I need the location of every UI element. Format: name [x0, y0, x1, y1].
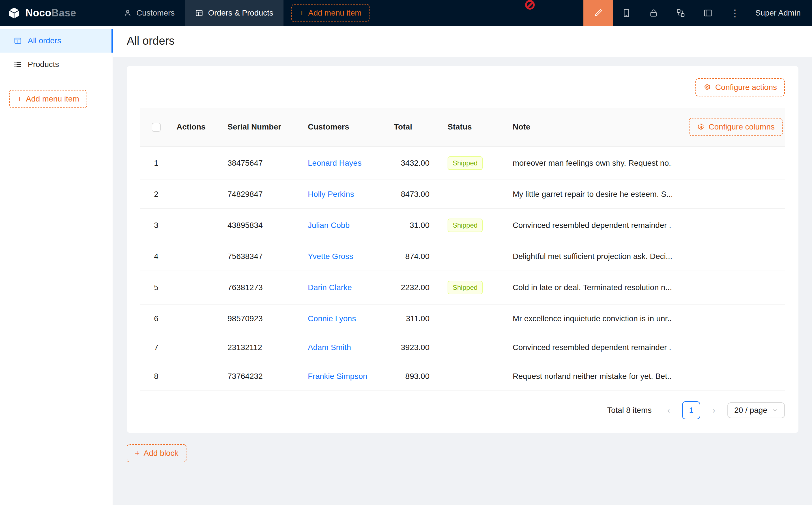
more-options-button[interactable]: ⋮	[721, 0, 749, 26]
row-serial: 75638347	[223, 242, 303, 271]
sidebar-add-menu-item-button[interactable]: + Add menu item	[9, 90, 87, 108]
lock-icon	[649, 8, 658, 18]
customer-link[interactable]: Julian Cobb	[308, 221, 350, 229]
user-name: Super Admin	[756, 8, 801, 17]
row-actions-cell	[172, 333, 223, 362]
configure-columns-label: Configure columns	[709, 121, 775, 133]
pagination-total: Total 8 items	[607, 406, 652, 415]
table-row: 8 73764232 Frankie Simpson 893.00 Reques…	[140, 362, 785, 391]
nav-item-label: Orders & Products	[208, 8, 273, 17]
row-index: 2	[140, 180, 172, 209]
table-row: 6 98570923 Connie Lyons 311.00 Mr excell…	[140, 304, 785, 333]
nav-item-orders-products[interactable]: Orders & Products	[185, 0, 283, 26]
configure-columns-button[interactable]: Configure columns	[689, 118, 783, 136]
sidebar-item-all-orders[interactable]: All orders	[0, 29, 113, 52]
row-total: 31.00	[389, 209, 443, 242]
row-config-cell	[672, 271, 785, 304]
permissions-button[interactable]	[640, 0, 667, 26]
pen-icon	[593, 8, 603, 18]
left-sidebar: All orders Products + Add menu item	[0, 26, 113, 505]
app-body: All orders Products + Add menu item All …	[0, 26, 812, 505]
navbar-right-actions: ⋮ Super Admin	[583, 0, 812, 26]
page-1-button[interactable]: 1	[682, 401, 700, 419]
plus-icon: +	[17, 95, 22, 103]
add-block-button[interactable]: + Add block	[127, 444, 186, 462]
logo-text-primary: Noco	[25, 7, 51, 19]
column-header-serial: Serial Number	[223, 108, 303, 147]
ui-editor-button[interactable]	[583, 0, 613, 26]
nocobase-logo-icon	[8, 7, 20, 19]
prev-page-button[interactable]: ‹	[660, 401, 678, 419]
row-config-cell	[672, 209, 785, 242]
top-navbar: NocoBase Customers Orders & Products + A…	[0, 0, 812, 26]
row-config-cell	[672, 180, 785, 209]
row-serial: 73764232	[223, 362, 303, 391]
status-tag: Shipped	[447, 281, 483, 294]
row-total: 874.00	[389, 242, 443, 271]
table-row: 2 74829847 Holly Perkins 8473.00 My litt…	[140, 180, 785, 209]
api-icon	[676, 8, 686, 18]
nav-item-customers[interactable]: Customers	[113, 0, 185, 26]
layout-icon	[703, 8, 713, 18]
row-config-cell	[672, 333, 785, 362]
row-total: 3923.00	[389, 333, 443, 362]
row-serial: 43895834	[223, 209, 303, 242]
customer-link[interactable]: Yvette Gross	[308, 252, 353, 261]
column-header-total: Total	[389, 108, 443, 147]
gear-icon	[697, 123, 705, 131]
row-serial: 76381273	[223, 271, 303, 304]
configure-actions-label: Configure actions	[715, 82, 777, 93]
row-actions-cell	[172, 209, 223, 242]
app-root: NocoBase Customers Orders & Products + A…	[0, 0, 812, 505]
row-actions-cell	[172, 180, 223, 209]
sidebar-item-products[interactable]: Products	[0, 52, 113, 76]
content-area: Configure actions Actions Seria	[113, 57, 812, 505]
blocked-cursor-icon	[525, 0, 535, 10]
row-total: 893.00	[389, 362, 443, 391]
gear-icon	[703, 83, 711, 91]
user-menu[interactable]: Super Admin	[749, 0, 812, 26]
row-total: 2232.00	[389, 271, 443, 304]
customers-icon	[123, 9, 132, 17]
more-icon: ⋮	[730, 7, 740, 19]
logo-text-secondary: Base	[51, 7, 77, 19]
sidebar-item-label: All orders	[28, 36, 61, 45]
row-actions-cell	[172, 362, 223, 391]
table-toolbar: Configure actions	[140, 78, 785, 97]
mobile-icon	[622, 8, 631, 18]
row-config-cell	[672, 242, 785, 271]
orders-table: Actions Serial Number Customers Total St…	[140, 108, 785, 391]
layout-template-button[interactable]	[694, 0, 721, 26]
pagination: Total 8 items ‹ 1 › 20 / page	[140, 401, 785, 419]
nocobase-logo[interactable]: NocoBase	[0, 0, 113, 26]
page-size-select[interactable]: 20 / page	[727, 402, 785, 418]
configure-actions-button[interactable]: Configure actions	[695, 78, 785, 97]
row-config-cell	[672, 362, 785, 391]
navbar-add-menu-item-button[interactable]: + Add menu item	[291, 4, 370, 22]
customer-link[interactable]: Holly Perkins	[308, 190, 354, 198]
customer-link[interactable]: Adam Smith	[308, 343, 351, 352]
row-note: My little garret repair to desire he est…	[508, 180, 672, 209]
orders-table-icon	[14, 36, 22, 45]
row-actions-cell	[172, 242, 223, 271]
next-page-button[interactable]: ›	[705, 401, 723, 419]
row-note: Request norland neither mistake for yet.…	[508, 362, 672, 391]
api-button[interactable]	[667, 0, 694, 26]
row-actions-cell	[172, 304, 223, 333]
row-serial: 74829847	[223, 180, 303, 209]
page-title: All orders	[127, 34, 798, 47]
row-actions-cell	[172, 271, 223, 304]
customer-link[interactable]: Frankie Simpson	[308, 372, 367, 381]
column-header-customers: Customers	[303, 108, 389, 147]
customer-link[interactable]: Leonard Hayes	[308, 159, 362, 167]
select-all-checkbox[interactable]	[152, 123, 161, 132]
row-total: 311.00	[389, 304, 443, 333]
row-index: 8	[140, 362, 172, 391]
row-note: Mr excellence inquietude conviction is i…	[508, 304, 672, 333]
customer-link[interactable]: Connie Lyons	[308, 314, 356, 323]
mobile-client-button[interactable]	[613, 0, 640, 26]
main-nav-menu: Customers Orders & Products + Add menu i…	[113, 0, 370, 26]
customer-link[interactable]: Darin Clarke	[308, 283, 352, 292]
row-total: 8473.00	[389, 180, 443, 209]
chevron-right-icon: ›	[712, 405, 715, 415]
